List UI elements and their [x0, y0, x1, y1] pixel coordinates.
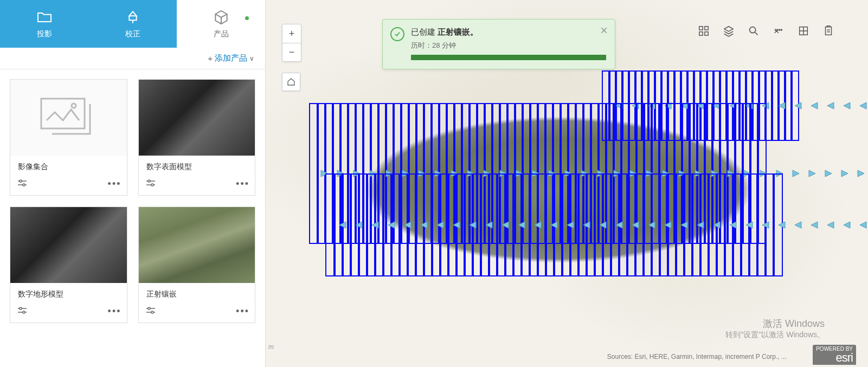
- measure-button[interactable]: [771, 24, 786, 38]
- card-dtm[interactable]: 数字地形模型 •••: [10, 207, 127, 323]
- zoom-control: + −: [282, 24, 301, 62]
- svg-rect-12: [699, 32, 703, 35]
- esri-logo: POWERED BY esri: [813, 345, 856, 365]
- toast-bold: 正射镶嵌。: [438, 27, 478, 36]
- svg-point-6: [20, 307, 22, 310]
- card-title: 正射镶嵌: [139, 283, 255, 302]
- chevron-down-icon[interactable]: ∨: [249, 55, 254, 62]
- extent-button[interactable]: [796, 24, 811, 38]
- cube-icon: [213, 9, 230, 26]
- svg-point-1: [72, 104, 76, 108]
- toast-message: 已创建 正射镶嵌。: [411, 27, 606, 37]
- watermark-line2: 转到"设置"以激活 Windows。: [725, 330, 825, 340]
- card-image-collection[interactable]: 影像集合 •••: [10, 79, 127, 196]
- more-icon[interactable]: •••: [108, 178, 121, 190]
- map-attribution: Sources: Esri, HERE, Garmin, Intermap, i…: [607, 353, 787, 360]
- toast-prefix: 已创建: [411, 27, 438, 36]
- more-icon[interactable]: •••: [108, 306, 121, 317]
- svg-point-7: [23, 311, 25, 313]
- card-ortho[interactable]: 正射镶嵌 •••: [138, 207, 256, 323]
- success-toast: 已创建 正射镶嵌。 历时：28 分钟: [382, 19, 615, 69]
- tab-correction[interactable]: 校正: [88, 0, 177, 48]
- toast-subtext: 历时：28 分钟: [411, 41, 606, 50]
- map-toolbar: [691, 21, 841, 41]
- close-button[interactable]: [600, 26, 608, 37]
- card-title: 影像集合: [10, 156, 127, 175]
- svg-point-14: [750, 27, 756, 33]
- svg-rect-16: [826, 27, 832, 35]
- sliders-icon[interactable]: [146, 307, 155, 317]
- thumbnail: [10, 207, 127, 283]
- tab-projection[interactable]: 投影: [0, 0, 88, 48]
- grid-icon: [698, 25, 710, 37]
- more-icon[interactable]: •••: [236, 178, 249, 190]
- svg-point-4: [148, 180, 150, 182]
- sliders-icon[interactable]: [18, 307, 27, 317]
- tab-products[interactable]: 产品: [177, 0, 265, 48]
- search-button[interactable]: [747, 24, 761, 38]
- sidebar: 投影 校正 产品 + 添加产品 ∨: [0, 0, 266, 367]
- extent-icon: [798, 25, 809, 37]
- home-button[interactable]: [282, 73, 300, 91]
- tab-label: 产品: [214, 29, 229, 39]
- clipboard-button[interactable]: [821, 24, 835, 38]
- layers-icon: [723, 25, 735, 37]
- search-icon: [748, 25, 760, 37]
- zoom-in-button[interactable]: +: [282, 24, 301, 43]
- progress-bar: [411, 55, 606, 60]
- windows-watermark: 激活 Windows 转到"设置"以激活 Windows。: [725, 317, 825, 340]
- image-placeholder-icon: [38, 96, 98, 139]
- home-icon: [286, 77, 296, 87]
- product-cards: 影像集合 ••• 数字表面模型 •••: [0, 69, 265, 333]
- svg-rect-10: [699, 27, 703, 30]
- layers-button[interactable]: [722, 24, 736, 38]
- ruler-icon: [773, 25, 785, 37]
- close-icon: [600, 26, 608, 35]
- card-dsm[interactable]: 数字表面模型 •••: [138, 79, 256, 196]
- check-icon: [390, 27, 404, 41]
- thumbnail: [139, 207, 255, 283]
- svg-point-3: [23, 184, 25, 186]
- ortho-imagery-layer: [336, 98, 781, 282]
- sliders-icon[interactable]: [146, 179, 155, 189]
- svg-point-8: [148, 307, 150, 310]
- tab-label: 校正: [125, 29, 140, 39]
- clipboard-icon: [822, 25, 834, 37]
- svg-rect-11: [705, 27, 708, 30]
- svg-rect-0: [41, 99, 85, 128]
- thumbnail: [139, 80, 255, 156]
- add-product-link[interactable]: 添加产品: [215, 53, 247, 63]
- card-title: 数字地形模型: [10, 283, 127, 302]
- basemap-gallery-button[interactable]: [697, 24, 711, 38]
- scale-unit: m: [268, 343, 274, 351]
- tab-label: 投影: [37, 29, 52, 39]
- folder-icon: [36, 9, 53, 26]
- status-dot: [245, 16, 249, 20]
- add-product-row: + 添加产品 ∨: [0, 48, 265, 69]
- drone-icon: [124, 9, 142, 26]
- thumbnail: [10, 80, 127, 156]
- sliders-icon[interactable]: [18, 179, 27, 189]
- watermark-line1: 激活 Windows: [725, 317, 825, 330]
- more-icon[interactable]: •••: [236, 306, 249, 317]
- plus-icon: +: [208, 54, 213, 63]
- zoom-out-button[interactable]: −: [282, 43, 301, 61]
- map-view[interactable]: + − 已创建 正射镶嵌。 历时：28 分钟: [266, 0, 868, 367]
- card-title: 数字表面模型: [139, 156, 255, 175]
- svg-point-2: [20, 180, 22, 182]
- svg-point-5: [151, 184, 153, 186]
- tabs: 投影 校正 产品: [0, 0, 265, 48]
- svg-rect-13: [705, 32, 708, 35]
- svg-point-9: [151, 311, 153, 313]
